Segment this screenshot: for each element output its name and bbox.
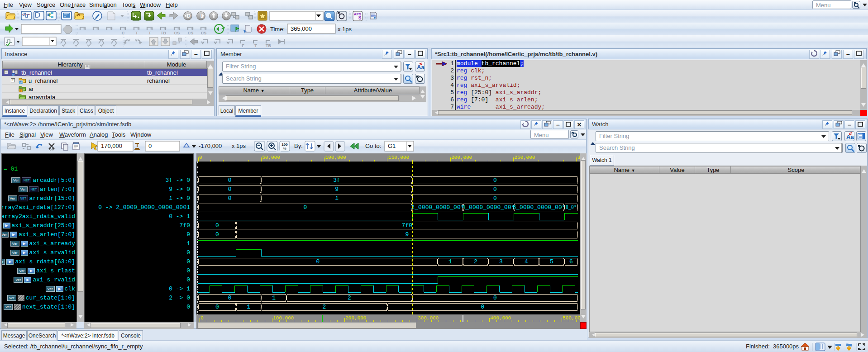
svg-text:By:: By: bbox=[294, 143, 303, 149]
svg-text:CS: CS bbox=[174, 31, 180, 35]
svg-text:T: T bbox=[20, 89, 22, 92]
svg-text:S: S bbox=[358, 15, 362, 20]
svg-text:0: 0 bbox=[228, 177, 232, 184]
svg-text:7f0: 7f0 bbox=[402, 222, 412, 229]
svg-text:Time:: Time: bbox=[270, 26, 285, 33]
svg-text:300,000: 300,000 bbox=[418, 315, 439, 321]
svg-text:0: 0 bbox=[493, 177, 497, 184]
svg-text:C: C bbox=[122, 31, 125, 35]
svg-text:100,000: 100,000 bbox=[325, 155, 346, 160]
svg-text:1: 1 bbox=[448, 258, 452, 265]
svg-text:0: 0 bbox=[493, 195, 497, 202]
svg-text:100,000: 100,000 bbox=[273, 315, 294, 321]
svg-text:1: 1 bbox=[335, 195, 339, 202]
svg-text:G1: G1 bbox=[388, 143, 396, 149]
svg-text:T: T bbox=[135, 31, 138, 35]
svg-text:200,000: 200,000 bbox=[345, 315, 366, 321]
svg-text:6: 6 bbox=[569, 258, 573, 265]
svg-text:0: 0 bbox=[148, 143, 152, 149]
svg-text:0: 0 bbox=[493, 295, 497, 301]
svg-text:x 1ps: x 1ps bbox=[338, 26, 352, 33]
svg-text:3f: 3f bbox=[333, 177, 340, 184]
svg-text:2_0000_0000_00*: 2_0000_0000_00* bbox=[411, 204, 464, 211]
svg-text:4: 4 bbox=[525, 258, 528, 265]
svg-text:0: 0 bbox=[316, 258, 320, 265]
svg-text:Go to:: Go to: bbox=[365, 143, 381, 149]
svg-text:2: 2 bbox=[348, 295, 351, 301]
svg-text:4_0000_0000_00*: 4_0000_0000_00* bbox=[462, 204, 515, 211]
svg-text:0: 0 bbox=[199, 155, 202, 160]
svg-text:TB: TB bbox=[266, 43, 271, 48]
svg-text:5: 5 bbox=[550, 258, 553, 265]
svg-text:3: 3 bbox=[499, 258, 503, 265]
svg-text:2: 2 bbox=[323, 304, 326, 310]
svg-text:500,00: 500,00 bbox=[563, 315, 580, 321]
svg-text:0: 0 bbox=[200, 315, 204, 321]
svg-text:0: 0 bbox=[228, 186, 232, 193]
svg-text:150,000: 150,000 bbox=[388, 155, 409, 160]
svg-text:250,000: 250,000 bbox=[514, 155, 535, 160]
svg-text:8_0*: 8_0* bbox=[566, 204, 577, 211]
svg-text:0: 0 bbox=[215, 231, 219, 238]
svg-text:%: % bbox=[283, 147, 286, 151]
svg-text:1: 1 bbox=[272, 295, 276, 301]
svg-text:TB: TB bbox=[161, 31, 166, 35]
svg-text:200,000: 200,000 bbox=[451, 155, 472, 160]
svg-text:T: T bbox=[148, 31, 151, 35]
svg-text:F: F bbox=[242, 43, 244, 48]
svg-text:0: 0 bbox=[481, 304, 484, 310]
svg-text:0: 0 bbox=[228, 295, 232, 301]
svg-text:9: 9 bbox=[405, 231, 409, 238]
svg-text:0: 0 bbox=[215, 222, 219, 229]
svg-text:170,000: 170,000 bbox=[101, 143, 122, 149]
svg-text:0: 0 bbox=[304, 204, 307, 211]
svg-text:CS: CS bbox=[201, 31, 207, 35]
svg-text:-170,000: -170,000 bbox=[199, 143, 222, 149]
svg-text:0: 0 bbox=[493, 186, 497, 193]
svg-text:100: 100 bbox=[281, 143, 288, 147]
svg-text:365,000: 365,000 bbox=[291, 25, 312, 32]
svg-text:50,000: 50,000 bbox=[262, 155, 280, 160]
svg-text:2: 2 bbox=[474, 258, 477, 265]
svg-text:1: 1 bbox=[247, 304, 250, 310]
svg-text:x 1ps: x 1ps bbox=[232, 143, 246, 149]
svg-text:M: M bbox=[12, 73, 14, 76]
svg-text:M: M bbox=[19, 81, 22, 84]
svg-text:6_0000_0000_00*: 6_0000_0000_00* bbox=[512, 204, 565, 211]
svg-text:D: D bbox=[187, 13, 191, 19]
svg-text:0: 0 bbox=[215, 304, 219, 310]
svg-text:400,000: 400,000 bbox=[490, 315, 511, 321]
svg-text:9: 9 bbox=[335, 186, 339, 193]
svg-text:0: 0 bbox=[228, 195, 232, 202]
svg-text:CS: CS bbox=[188, 31, 194, 35]
svg-text:T: T bbox=[254, 43, 257, 48]
